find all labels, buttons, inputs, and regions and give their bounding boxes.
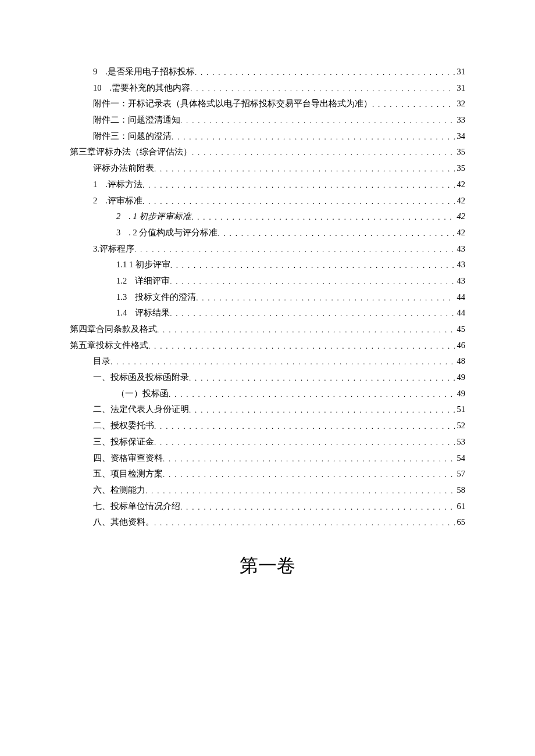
toc-entry-page: 57 xyxy=(455,467,466,481)
toc-leader-dots xyxy=(191,212,454,224)
toc-entry-label: 二、法定代表人身份证明 xyxy=(93,403,189,416)
toc-entry: 2.评审标准42 xyxy=(70,194,465,207)
toc-entry-label: 1.2详细评审 xyxy=(116,274,170,288)
toc-entry: 2. 1 初步评审标准42 xyxy=(70,210,465,223)
toc-entry: 评标办法前附表35 xyxy=(70,162,465,175)
toc-entry-label: 六、检测能力 xyxy=(93,483,145,497)
toc-entry-label: 八、其他资料。 xyxy=(93,515,154,529)
toc-entry-page: 44 xyxy=(455,291,466,304)
toc-entry-label: 第四章合同条款及格式 xyxy=(70,323,157,336)
toc-entry: 1.2详细评审43 xyxy=(70,274,465,288)
toc-leader-dots xyxy=(145,485,455,497)
toc-entry: 1.3投标文件的澄清44 xyxy=(70,291,465,304)
toc-entry: 第三章评标办法（综合评估法）35 xyxy=(70,145,465,159)
toc-leader-dots xyxy=(110,356,455,368)
toc-entry-page: 54 xyxy=(455,452,466,465)
toc-entry: 1.4评标结果44 xyxy=(70,306,465,320)
toc-entry: 第四章合同条款及格式45 xyxy=(70,323,465,336)
toc-entry: 3.评标程序43 xyxy=(70,242,465,256)
toc-entry: 1.评标方法42 xyxy=(70,178,465,191)
toc-entry: 一、投标函及投标函附录49 xyxy=(70,371,465,384)
toc-entry-page: 48 xyxy=(455,354,466,368)
toc-leader-dots xyxy=(142,180,455,192)
toc-entry-label: 二、授权委托书 xyxy=(93,419,154,432)
toc-entry: 10.需要补充的其他内容31 xyxy=(70,81,465,95)
toc-entry-label: 评标办法前附表 xyxy=(93,162,154,175)
toc-entry-page: 53 xyxy=(455,435,466,449)
toc-leader-dots xyxy=(170,308,454,320)
toc-entry: 目录48 xyxy=(70,354,465,368)
toc-entry-label: 1.1 1 初步评审 xyxy=(116,258,170,271)
toc-leader-dots xyxy=(170,276,454,288)
toc-leader-dots xyxy=(148,341,455,353)
toc-entry: 1.1 1 初步评审43 xyxy=(70,258,465,271)
toc-leader-dots xyxy=(170,260,455,272)
toc-entry-page: 34 xyxy=(455,130,466,143)
toc-entry: 二、授权委托书52 xyxy=(70,419,465,432)
toc-leader-dots xyxy=(195,67,455,79)
toc-leader-dots xyxy=(169,389,455,401)
toc-entry-page: 49 xyxy=(455,371,466,384)
toc-leader-dots xyxy=(217,228,454,240)
toc-entry: （一）投标函49 xyxy=(70,387,465,400)
toc-entry-page: 65 xyxy=(455,515,466,529)
toc-entry-label: 2. 1 初步评审标准 xyxy=(116,210,191,223)
toc-entry-page: 42 xyxy=(455,226,466,239)
table-of-contents: 9.是否采用电子招标投标3110.需要补充的其他内容31附件一：开标记录表（具体… xyxy=(70,65,465,529)
toc-leader-dots xyxy=(142,196,455,208)
toc-leader-dots xyxy=(190,83,454,95)
toc-entry-page: 42 xyxy=(455,178,466,191)
toc-entry-page: 33 xyxy=(455,113,466,127)
toc-leader-dots xyxy=(180,115,455,127)
toc-leader-dots xyxy=(196,292,454,304)
toc-entry-label: 目录 xyxy=(93,354,110,368)
toc-leader-dots xyxy=(372,99,455,111)
toc-entry: 八、其他资料。65 xyxy=(70,515,465,529)
toc-entry-label: 1.4评标结果 xyxy=(116,306,170,320)
toc-leader-dots xyxy=(154,437,455,449)
toc-entry-label: 附件一：开标记录表（具体格式以电子招标投标交易平台导出格式为准） xyxy=(93,97,372,110)
toc-entry: 五、项目检测方案57 xyxy=(70,467,465,481)
toc-entry-page: 31 xyxy=(455,81,466,95)
toc-entry-page: 49 xyxy=(455,387,466,400)
document-page: 9.是否采用电子招标投标3110.需要补充的其他内容31附件一：开标记录表（具体… xyxy=(0,0,535,756)
toc-entry-page: 46 xyxy=(455,339,466,352)
toc-entry-label: 2.评审标准 xyxy=(93,194,142,207)
toc-entry-page: 58 xyxy=(455,483,466,497)
toc-leader-dots xyxy=(192,147,455,159)
toc-leader-dots xyxy=(189,372,455,385)
toc-entry-label: 3. 2 分值构成与评分标准 xyxy=(116,226,217,239)
toc-entry: 第五章投标文件格式46 xyxy=(70,339,465,352)
toc-entry-page: 43 xyxy=(455,274,466,288)
toc-entry: 二、法定代表人身份证明51 xyxy=(70,403,465,416)
toc-entry-label: 四、资格审查资料 xyxy=(93,452,163,465)
volume-heading: 第一卷 xyxy=(70,553,465,579)
toc-entry-page: 43 xyxy=(455,242,466,256)
toc-entry-page: 43 xyxy=(455,258,466,271)
toc-entry-page: 35 xyxy=(455,145,466,159)
toc-leader-dots xyxy=(163,469,455,481)
toc-entry: 三、投标保证金53 xyxy=(70,435,465,449)
toc-entry-label: （一）投标函 xyxy=(116,387,169,400)
toc-leader-dots xyxy=(172,131,455,144)
toc-entry-label: 三、投标保证金 xyxy=(93,435,154,449)
toc-entry-label: 附件三：问题的澄清 xyxy=(93,130,172,143)
toc-entry-label: 第五章投标文件格式 xyxy=(70,339,148,352)
toc-entry: 六、检测能力58 xyxy=(70,483,465,497)
toc-leader-dots xyxy=(154,517,455,529)
toc-entry: 附件三：问题的澄清34 xyxy=(70,130,465,143)
toc-entry-page: 31 xyxy=(455,65,466,78)
toc-entry-label: 1.3投标文件的澄清 xyxy=(116,291,196,304)
toc-entry: 七、投标单位情况介绍61 xyxy=(70,500,465,513)
toc-entry: 3. 2 分值构成与评分标准42 xyxy=(70,226,465,239)
toc-entry-label: 第三章评标办法（综合评估法） xyxy=(70,145,192,159)
toc-entry-label: 10.需要补充的其他内容 xyxy=(93,81,190,95)
toc-leader-dots xyxy=(134,244,455,256)
toc-entry-label: 七、投标单位情况介绍 xyxy=(93,500,180,513)
toc-entry: 四、资格审查资料54 xyxy=(70,452,465,465)
toc-entry-label: 一、投标函及投标函附录 xyxy=(93,371,189,384)
toc-entry-page: 42 xyxy=(455,210,466,223)
toc-leader-dots xyxy=(180,501,455,514)
toc-entry-label: 9.是否采用电子招标投标 xyxy=(93,65,195,78)
toc-entry-label: 附件二：问题澄清通知 xyxy=(93,113,180,127)
